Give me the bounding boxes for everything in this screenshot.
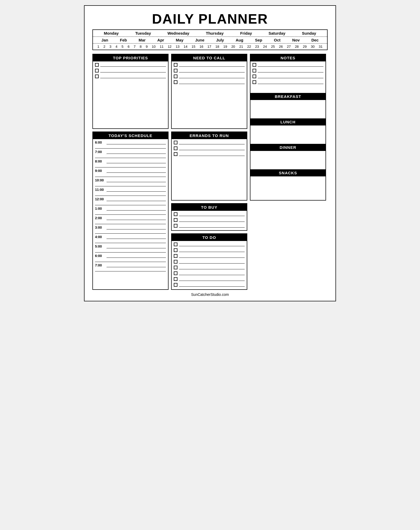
list-item [174, 271, 245, 275]
checkbox[interactable] [174, 260, 177, 264]
date-label[interactable]: 27 [286, 45, 291, 49]
schedule-spacer [95, 173, 166, 177]
date-label[interactable]: 12 [167, 45, 172, 49]
date-label[interactable]: 22 [246, 45, 252, 49]
schedule-item: 6:00 [95, 254, 166, 258]
day-label[interactable]: Tuesday [134, 31, 152, 35]
day-label[interactable]: Friday [239, 31, 253, 35]
date-label[interactable]: 21 [238, 45, 244, 49]
month-label[interactable]: Apr [156, 38, 165, 42]
checkbox[interactable] [174, 75, 177, 78]
snacks-body [250, 176, 326, 200]
checkbox[interactable] [253, 80, 256, 84]
schedule-spacer [95, 145, 166, 149]
date-label[interactable]: 7 [133, 45, 136, 49]
date-label[interactable]: 19 [223, 45, 228, 49]
checkbox[interactable] [174, 80, 177, 84]
date-label[interactable]: 24 [262, 45, 267, 49]
checkbox[interactable] [95, 69, 99, 72]
checkbox[interactable] [95, 63, 99, 67]
date-label[interactable]: 1 [97, 45, 100, 49]
date-label[interactable]: 9 [145, 45, 148, 49]
date-label[interactable]: 25 [270, 45, 276, 49]
date-label[interactable]: 26 [278, 45, 284, 49]
checkbox[interactable] [174, 146, 177, 150]
day-label[interactable]: Monday [103, 31, 120, 35]
date-label[interactable]: 8 [139, 45, 142, 49]
list-item [174, 63, 245, 67]
date-label[interactable]: 11 [159, 45, 164, 49]
month-label[interactable]: Oct [273, 38, 281, 42]
day-label[interactable]: Sunday [301, 31, 317, 35]
date-label[interactable]: 2 [103, 45, 106, 49]
checkbox[interactable] [174, 248, 177, 252]
date-label[interactable]: 10 [151, 45, 156, 49]
date-label[interactable]: 31 [318, 45, 323, 49]
checkbox[interactable] [253, 69, 256, 72]
checkbox[interactable] [174, 141, 177, 144]
check-line [179, 224, 245, 228]
date-label[interactable]: 15 [191, 45, 196, 49]
month-label[interactable]: Feb [119, 38, 128, 42]
date-label[interactable]: 14 [183, 45, 188, 49]
date-label[interactable]: 28 [294, 45, 299, 49]
checkbox[interactable] [174, 69, 177, 72]
schedule-spacer [95, 239, 166, 243]
checkbox[interactable] [174, 218, 177, 222]
month-label[interactable]: May [175, 38, 184, 42]
notes-list [250, 61, 326, 93]
checkbox[interactable] [253, 63, 256, 67]
date-label[interactable]: 5 [121, 45, 124, 49]
schedule-spacer [95, 183, 166, 186]
date-label[interactable]: 18 [215, 45, 220, 49]
checkbox[interactable] [174, 266, 177, 269]
date-label[interactable]: 16 [199, 45, 204, 49]
checkbox[interactable] [174, 63, 177, 67]
schedule-spacer [95, 258, 166, 262]
checkbox[interactable] [174, 224, 177, 228]
check-line [179, 277, 245, 281]
time-label: 6:00 [95, 140, 106, 144]
checkbox[interactable] [174, 277, 177, 281]
month-label[interactable]: Aug [235, 38, 244, 42]
date-label[interactable]: 20 [230, 45, 236, 49]
schedule-item: 7:00 [95, 263, 166, 267]
date-label[interactable]: 17 [207, 45, 212, 49]
month-label[interactable]: Nov [291, 38, 300, 42]
checkbox[interactable] [174, 152, 177, 156]
month-label[interactable]: Dec [311, 38, 319, 42]
checkbox[interactable] [174, 254, 177, 258]
day-label[interactable]: Thursday [205, 31, 224, 35]
month-label[interactable]: Jan [101, 38, 109, 42]
date-label[interactable]: 23 [254, 45, 260, 49]
month-label[interactable]: July [215, 38, 225, 42]
notes-section: NOTES [250, 54, 326, 201]
month-label[interactable]: June [195, 38, 205, 42]
list-item [253, 80, 323, 84]
date-label[interactable]: 6 [127, 45, 130, 49]
day-label[interactable]: Wednesday [167, 31, 190, 35]
breakfast-header: BREAKFAST [250, 93, 326, 100]
checkbox[interactable] [174, 271, 177, 275]
checkbox[interactable] [95, 75, 99, 78]
day-label[interactable]: Saturday [268, 31, 286, 35]
date-label[interactable]: 3 [109, 45, 112, 49]
check-line [179, 63, 245, 67]
date-label[interactable]: 29 [302, 45, 307, 49]
month-label[interactable]: Mar [138, 38, 146, 42]
checkbox[interactable] [174, 212, 177, 216]
schedule-item: 5:00 [95, 244, 166, 248]
breakfast-body [250, 100, 326, 118]
date-label[interactable]: 4 [115, 45, 118, 49]
check-line [258, 80, 323, 84]
schedule-spacer [95, 164, 166, 167]
checkbox[interactable] [253, 75, 256, 78]
date-label[interactable]: 30 [310, 45, 315, 49]
list-item [174, 266, 245, 269]
checkbox[interactable] [174, 283, 177, 287]
schedule-line [107, 206, 166, 211]
checkbox[interactable] [174, 243, 177, 246]
list-item [174, 243, 245, 246]
month-label[interactable]: Sep [254, 38, 263, 42]
date-label[interactable]: 13 [175, 45, 180, 49]
